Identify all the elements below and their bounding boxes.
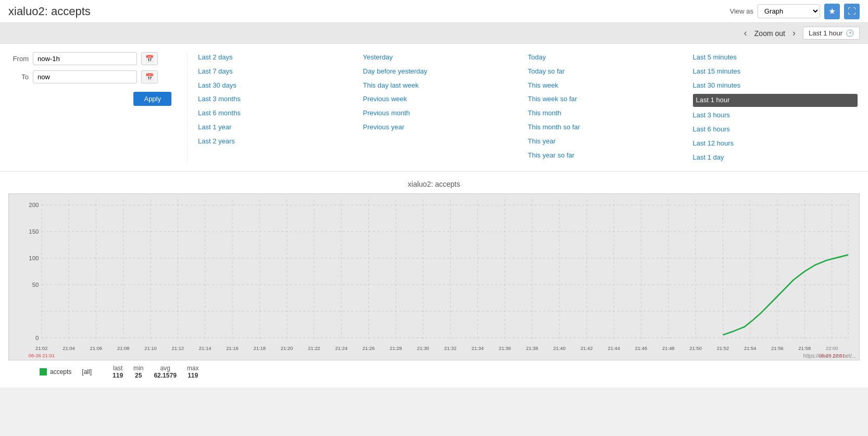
- chart-svg: 200 150 100 50 0 21:02 21:04 21:06 21:08…: [9, 194, 859, 360]
- quick-col-1: Last 2 days Last 7 days Last 30 days Las…: [198, 52, 363, 163]
- link-today-so-far[interactable]: Today so far: [528, 66, 693, 77]
- link-day-before-yesterday[interactable]: Day before yesterday: [363, 66, 528, 77]
- link-last-2-days[interactable]: Last 2 days: [198, 52, 363, 63]
- svg-rect-0: [9, 194, 859, 360]
- link-this-month[interactable]: This month: [528, 108, 693, 119]
- link-last-5-minutes[interactable]: Last 5 minutes: [693, 52, 858, 63]
- top-bar: xialuo2: accepts View as Graph Table Sta…: [0, 0, 868, 23]
- svg-text:21:20: 21:20: [281, 345, 293, 351]
- chart-title: xialuo2: accepts: [8, 180, 860, 188]
- legend-item: accepts: [40, 368, 71, 376]
- zoom-out-label: Zoom out: [754, 29, 785, 38]
- legend-stats: last 119 min 25 avg 62.1579 max 119: [113, 365, 199, 379]
- link-this-week[interactable]: This week: [528, 80, 693, 91]
- quick-col-4: Last 5 minutes Last 15 minutes Last 30 m…: [693, 52, 858, 163]
- link-last-1-day[interactable]: Last 1 day: [693, 152, 858, 163]
- chart-legend: accepts [all] last 119 min 25 avg 62.157…: [8, 365, 860, 379]
- link-last-6-hours[interactable]: Last 6 hours: [693, 124, 858, 135]
- svg-text:21:48: 21:48: [662, 345, 675, 351]
- svg-text:21:30: 21:30: [417, 345, 429, 351]
- link-this-year[interactable]: This year: [528, 136, 693, 147]
- svg-text:21:10: 21:10: [144, 345, 157, 351]
- svg-text:21:24: 21:24: [335, 345, 348, 351]
- page-title: xialuo2: accepts: [8, 5, 91, 18]
- svg-text:21:04: 21:04: [63, 345, 75, 351]
- legend-min-label: min: [133, 365, 143, 372]
- legend-name: accepts: [50, 368, 71, 376]
- to-calendar-button[interactable]: 📅: [141, 70, 158, 83]
- zoom-back-button[interactable]: ‹: [741, 27, 750, 40]
- legend-max-label: max: [187, 365, 199, 372]
- svg-text:21:16: 21:16: [226, 345, 239, 351]
- svg-text:21:32: 21:32: [444, 345, 457, 351]
- link-yesterday[interactable]: Yesterday: [363, 52, 528, 63]
- to-input[interactable]: [33, 70, 137, 83]
- apply-button[interactable]: Apply: [133, 92, 171, 106]
- link-previous-week[interactable]: Previous week: [363, 94, 528, 105]
- legend-stat-max: max 119: [187, 365, 199, 379]
- from-input[interactable]: [33, 52, 137, 65]
- svg-text:21:18: 21:18: [253, 345, 266, 351]
- chart-container[interactable]: 200 150 100 50 0 21:02 21:04 21:06 21:08…: [8, 193, 860, 360]
- link-this-year-so-far[interactable]: This year so far: [528, 150, 693, 161]
- from-label: From: [10, 55, 29, 63]
- zoom-bar: ‹ Zoom out › Last 1 hour 🕑: [0, 23, 868, 44]
- svg-text:21:50: 21:50: [689, 345, 702, 351]
- link-last-30-days[interactable]: Last 30 days: [198, 80, 363, 91]
- chart-section: xialuo2: accepts: [0, 172, 868, 387]
- svg-text:21:38: 21:38: [526, 345, 539, 351]
- link-previous-month[interactable]: Previous month: [363, 108, 528, 119]
- link-this-month-so-far[interactable]: This month so far: [528, 122, 693, 133]
- legend-color-box: [40, 368, 47, 376]
- link-last-1-hour[interactable]: Last 1 hour: [693, 94, 858, 107]
- legend-max-value: 119: [188, 372, 198, 379]
- quick-col-2: Yesterday Day before yesterday This day …: [363, 52, 528, 163]
- svg-text:22:00: 22:00: [826, 345, 838, 351]
- quick-col-3: Today Today so far This week This week s…: [528, 52, 693, 163]
- link-this-week-so-far[interactable]: This week so far: [528, 94, 693, 105]
- time-inputs: From 📅 To 📅 Apply: [10, 52, 188, 163]
- svg-text:21:42: 21:42: [580, 345, 593, 351]
- from-row: From 📅: [10, 52, 171, 65]
- svg-text:21:08: 21:08: [117, 345, 130, 351]
- legend-stat-last: last 119: [113, 365, 123, 379]
- link-last-1-year[interactable]: Last 1 year: [198, 122, 363, 133]
- svg-text:21:14: 21:14: [199, 345, 212, 351]
- svg-text:06-26 21:01: 06-26 21:01: [29, 353, 55, 358]
- link-last-15-minutes[interactable]: Last 15 minutes: [693, 66, 858, 77]
- legend-last-label: last: [113, 365, 123, 372]
- fullscreen-button[interactable]: ⛶: [844, 4, 860, 19]
- link-last-2-years[interactable]: Last 2 years: [198, 136, 363, 147]
- svg-text:0: 0: [35, 335, 39, 341]
- svg-text:21:34: 21:34: [472, 345, 484, 351]
- svg-text:21:26: 21:26: [363, 345, 375, 351]
- legend-stat-min: min 25: [133, 365, 143, 379]
- svg-text:21:22: 21:22: [308, 345, 320, 351]
- legend-avg-value: 62.1579: [154, 372, 176, 379]
- svg-text:50: 50: [32, 282, 39, 288]
- link-last-7-days[interactable]: Last 7 days: [198, 66, 363, 77]
- link-last-12-hours[interactable]: Last 12 hours: [693, 138, 858, 149]
- svg-text:100: 100: [29, 256, 39, 262]
- view-as-select[interactable]: Graph Table Stats: [758, 4, 820, 18]
- to-row: To 📅: [10, 70, 171, 83]
- top-bar-right: View as Graph Table Stats ★ ⛶: [730, 4, 860, 19]
- link-last-3-months[interactable]: Last 3 months: [198, 94, 363, 105]
- link-previous-year[interactable]: Previous year: [363, 122, 528, 133]
- svg-text:21:44: 21:44: [607, 345, 620, 351]
- link-this-day-last-week[interactable]: This day last week: [363, 80, 528, 91]
- link-today[interactable]: Today: [528, 52, 693, 63]
- svg-text:21:40: 21:40: [553, 345, 566, 351]
- svg-text:21:56: 21:56: [771, 345, 784, 351]
- link-last-3-hours[interactable]: Last 3 hours: [693, 110, 858, 121]
- svg-text:21:12: 21:12: [172, 345, 184, 351]
- zoom-forward-button[interactable]: ›: [789, 27, 799, 40]
- link-last-6-months[interactable]: Last 6 months: [198, 108, 363, 119]
- clock-icon: 🕑: [846, 29, 854, 37]
- current-period-label: Last 1 hour: [809, 29, 842, 37]
- svg-text:21:52: 21:52: [717, 345, 729, 351]
- view-as-label: View as: [730, 7, 753, 15]
- from-calendar-button[interactable]: 📅: [141, 52, 158, 65]
- link-last-30-minutes[interactable]: Last 30 minutes: [693, 80, 858, 91]
- favorite-button[interactable]: ★: [824, 4, 840, 19]
